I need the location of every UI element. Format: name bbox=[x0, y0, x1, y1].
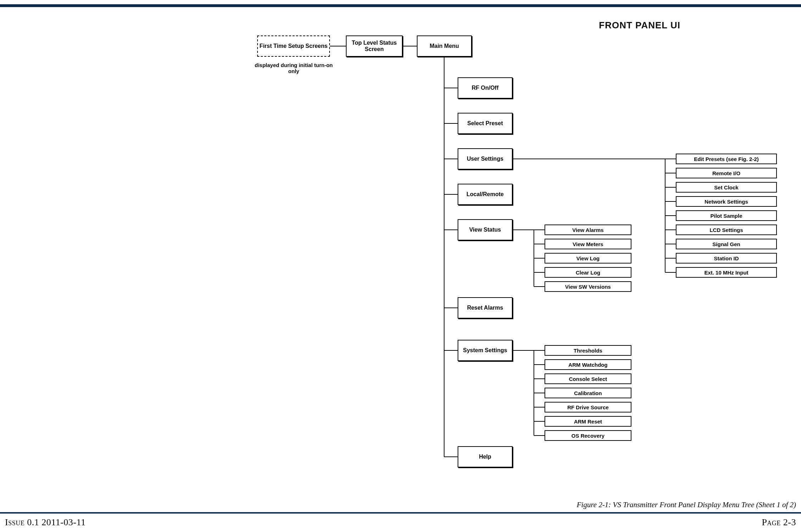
row-console-select: Console Select bbox=[545, 373, 631, 384]
header-rule bbox=[0, 4, 801, 7]
row-arm-watchdog: ARM Watchdog bbox=[545, 359, 631, 370]
row-edit-presets: Edit Presets (see Fig. 2-2) bbox=[676, 154, 777, 164]
row-set-clock: Set Clock bbox=[676, 182, 777, 193]
footer-issue: Issue 0.1 2011-03-11 bbox=[5, 517, 86, 528]
row-pilot-sample: Pilot Sample bbox=[676, 210, 777, 221]
node-first-time-note: displayed during initial turn-on only bbox=[253, 62, 335, 74]
node-rf-onoff: RF On/Off bbox=[458, 77, 513, 99]
row-ext-10mhz: Ext. 10 MHz Input bbox=[676, 267, 777, 278]
node-top-level-status: Top Level Status Screen bbox=[346, 35, 403, 57]
row-os-recovery: OS Recovery bbox=[545, 430, 631, 441]
row-signal-gen: Signal Gen bbox=[676, 239, 777, 249]
row-view-log: View Log bbox=[545, 253, 631, 264]
row-lcd-settings: LCD Settings bbox=[676, 225, 777, 235]
figure-caption: Figure 2-1: VS Transmitter Front Panel D… bbox=[577, 500, 796, 509]
footer-rule bbox=[0, 512, 801, 514]
row-clear-log: Clear Log bbox=[545, 267, 631, 278]
row-network-settings: Network Settings bbox=[676, 196, 777, 207]
node-local-remote: Local/Remote bbox=[458, 184, 513, 205]
row-arm-reset: ARM Reset bbox=[545, 416, 631, 427]
row-calibration: Calibration bbox=[545, 388, 631, 398]
node-main-menu: Main Menu bbox=[417, 35, 472, 57]
row-rf-drive-source: RF Drive Source bbox=[545, 402, 631, 412]
row-remote-io: Remote I/O bbox=[676, 168, 777, 178]
footer-page: Page 2-3 bbox=[762, 517, 796, 528]
node-view-status: View Status bbox=[458, 219, 513, 240]
node-select-preset: Select Preset bbox=[458, 113, 513, 134]
node-first-time-setup: First Time Setup Screens bbox=[257, 35, 330, 57]
row-view-alarms: View Alarms bbox=[545, 225, 631, 235]
node-user-settings: User Settings bbox=[458, 148, 513, 170]
row-view-meters: View Meters bbox=[545, 239, 631, 249]
node-help: Help bbox=[458, 446, 513, 467]
section-title: FRONT PANEL UI bbox=[599, 20, 680, 31]
connector-lines bbox=[0, 0, 801, 532]
node-reset-alarms: Reset Alarms bbox=[458, 297, 513, 318]
row-station-id: Station ID bbox=[676, 253, 777, 264]
row-view-sw-versions: View SW Versions bbox=[545, 281, 631, 292]
row-thresholds: Thresholds bbox=[545, 345, 631, 356]
node-system-settings: System Settings bbox=[458, 340, 513, 361]
